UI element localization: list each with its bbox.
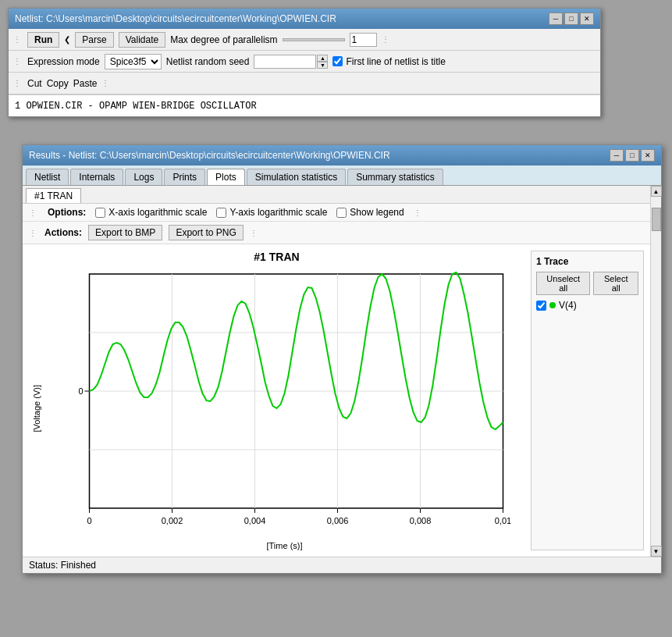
y-axis-log-checkbox[interactable] [216, 208, 226, 218]
results-minimize-button[interactable]: ─ [610, 149, 624, 162]
trace-buttons: Unselect all Select all [536, 272, 638, 295]
show-legend-checkbox[interactable] [336, 208, 347, 218]
first-line-label: First line of netlist is title [346, 56, 445, 67]
options-label: Options: [48, 207, 86, 218]
chart-svg: 0 0,002 0,004 0,006 0,008 0,01 0 [44, 266, 524, 547]
separator-dots-5: ⋮ [101, 79, 109, 87]
first-line-checkbox[interactable] [332, 56, 343, 66]
tab-simulation-statistics[interactable]: Simulation statistics [247, 169, 346, 185]
y-axis-log-label: Y-axis logarithmic scale [229, 207, 327, 218]
chart-area: #1 TRAN [Voltage (V)] [29, 251, 524, 550]
tab-netlist[interactable]: Netlist [26, 169, 69, 185]
actions-label: Actions: [44, 227, 82, 238]
seed-down-button[interactable]: ▼ [317, 62, 328, 69]
svg-text:0,008: 0,008 [410, 516, 432, 525]
trace-v4-dot [549, 302, 556, 308]
parallelism-input[interactable] [350, 33, 377, 47]
expression-label: Expression mode [27, 56, 100, 67]
scroll-thumb[interactable] [652, 208, 661, 231]
options-dots-2: ⋮ [414, 208, 421, 217]
main-window: Netlist: C:\Users\marcin\Desktop\circuit… [8, 8, 601, 117]
chevron-icon: ❮ [64, 35, 70, 44]
select-all-button[interactable]: Select all [593, 272, 638, 295]
svg-text:0,006: 0,006 [327, 516, 349, 525]
trace-title: 1 Trace [536, 256, 638, 267]
trace-v4-checkbox[interactable] [536, 301, 546, 311]
toolbar-edit: ⋮ Cut Copy Paste ⋮ [9, 73, 600, 94]
toolbar-run: ⋮ Run ❮ Parse Validate Max degree of par… [9, 29, 600, 51]
results-close-button[interactable]: ✕ [641, 149, 655, 162]
main-content: #1 TRAN ⋮ Options: X-axis logarithmic sc… [23, 186, 650, 557]
parse-button[interactable]: Parse [75, 32, 113, 48]
svg-text:0,002: 0,002 [162, 516, 183, 525]
tab-summary-statistics[interactable]: Summary statistics [347, 169, 443, 185]
trace-panel: 1 Trace Unselect all Select all V(4) [531, 251, 644, 550]
svg-text:0,004: 0,004 [244, 516, 266, 525]
trace-v4-label: V(4) [559, 300, 577, 311]
chart-with-y-axis: [Voltage (V)] [29, 266, 524, 550]
tab-internals[interactable]: Internals [70, 169, 123, 185]
expression-combo[interactable]: Spice3f5 [105, 54, 162, 69]
svg-text:0,01: 0,01 [495, 516, 511, 525]
main-window-controls[interactable]: ─ □ ✕ [549, 12, 594, 25]
actions-row: ⋮ Actions: Export to BMP Export to PNG ⋮ [23, 222, 650, 244]
actions-dots: ⋮ [29, 229, 37, 237]
x-axis-label: [Time (s)] [44, 541, 524, 550]
minimize-button[interactable]: ─ [549, 12, 563, 25]
x-axis-log-checkbox[interactable] [95, 208, 105, 218]
trace-item-v4: V(4) [536, 300, 638, 311]
seed-up-button[interactable]: ▲ [317, 55, 328, 62]
subtab-tran[interactable]: #1 TRAN [26, 188, 81, 203]
options-dots: ⋮ [29, 208, 37, 217]
tab-prints[interactable]: Prints [164, 169, 205, 185]
main-titlebar: Netlist: C:\Users\marcin\Desktop\circuit… [9, 9, 600, 29]
copy-label[interactable]: Copy [47, 78, 69, 89]
scroll-down-button[interactable]: ▼ [651, 546, 662, 557]
results-title: Results - Netlist: C:\Users\marcin\Deskt… [29, 150, 390, 161]
toolbar-expression: ⋮ Expression mode Spice3f5 Netlist rando… [9, 51, 600, 73]
netlist-content: 1 OPWIEN.CIR - OPAMP WIEN-BRIDGE OSCILLA… [9, 94, 600, 116]
cut-label[interactable]: Cut [27, 78, 42, 89]
first-line-checkbox-row: First line of netlist is title [332, 56, 445, 67]
run-button[interactable]: Run [27, 32, 59, 48]
svg-text:0: 0 [78, 386, 83, 396]
export-png-button[interactable]: Export to PNG [169, 225, 243, 240]
actions-dots-2: ⋮ [250, 229, 258, 237]
separator-dots-1: ⋮ [13, 35, 21, 44]
netlist-line: 1 OPWIEN.CIR - OPAMP WIEN-BRIDGE OSCILLA… [15, 101, 257, 112]
seed-label: Netlist random seed [166, 56, 250, 67]
y-axis-log-row: Y-axis logarithmic scale [216, 207, 327, 218]
seed-input[interactable] [254, 55, 316, 69]
show-legend-row: Show legend [336, 207, 404, 218]
x-axis-log-row: X-axis logarithmic scale [95, 207, 207, 218]
separator-dots-4: ⋮ [13, 79, 21, 87]
separator-dots-2: ⋮ [382, 35, 389, 44]
close-button[interactable]: ✕ [580, 12, 594, 25]
tab-bar: Netlist Internals Logs Prints Plots Simu… [23, 165, 661, 186]
options-row: ⋮ Options: X-axis logarithmic scale Y-ax… [23, 204, 650, 222]
parallelism-slider[interactable] [283, 38, 345, 41]
subtab-bar: #1 TRAN [23, 186, 650, 204]
validate-button[interactable]: Validate [119, 32, 165, 48]
chart-svg-container[interactable]: 0 0,002 0,004 0,006 0,008 0,01 0 [Time ( [44, 266, 524, 550]
tab-content-area: #1 TRAN ⋮ Options: X-axis logarithmic sc… [23, 186, 661, 557]
parallelism-label: Max degree of parallelism [170, 34, 277, 45]
vertical-scrollbar[interactable]: ▲ ▼ [650, 186, 661, 557]
results-window-controls[interactable]: ─ □ ✕ [610, 149, 655, 162]
paste-label[interactable]: Paste [73, 78, 98, 89]
status-text: Status: Finished [29, 560, 96, 571]
tab-logs[interactable]: Logs [125, 169, 162, 185]
export-bmp-button[interactable]: Export to BMP [88, 225, 162, 240]
chart-title: #1 TRAN [29, 251, 524, 263]
x-axis-log-label: X-axis logarithmic scale [108, 207, 207, 218]
maximize-button[interactable]: □ [564, 12, 578, 25]
status-bar: Status: Finished [23, 557, 661, 573]
tab-plots[interactable]: Plots [207, 169, 245, 185]
scroll-up-button[interactable]: ▲ [651, 186, 662, 197]
unselect-all-button[interactable]: Unselect all [536, 272, 590, 295]
svg-text:0: 0 [87, 516, 91, 525]
results-maximize-button[interactable]: □ [625, 149, 639, 162]
chart-container: #1 TRAN [Voltage (V)] [23, 244, 650, 557]
results-titlebar: Results - Netlist: C:\Users\marcin\Deskt… [23, 145, 661, 165]
y-axis-label-container: [Voltage (V)] [29, 266, 44, 550]
